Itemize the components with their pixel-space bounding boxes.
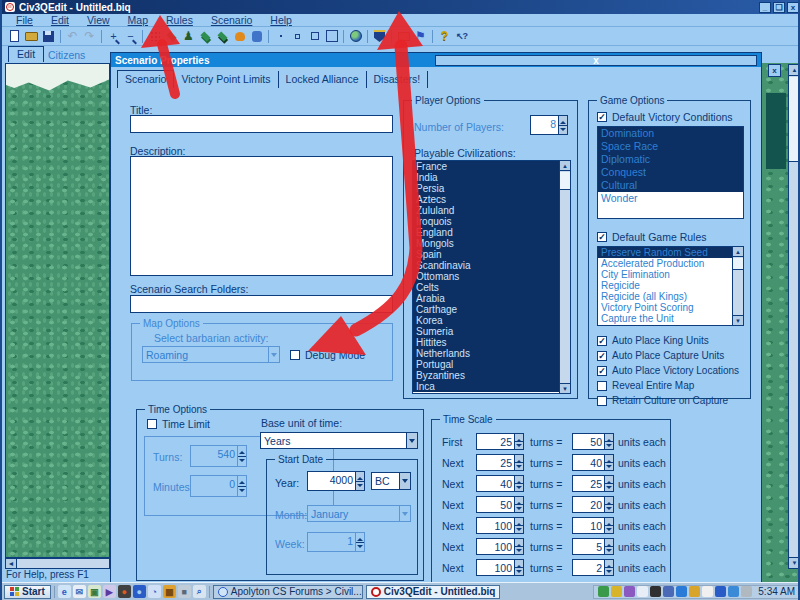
civilization-item[interactable]: Celts bbox=[413, 282, 559, 293]
health-icon[interactable] bbox=[728, 586, 739, 597]
menu-item-edit[interactable]: Edit bbox=[42, 14, 78, 26]
menu-item-rules[interactable]: Rules bbox=[157, 14, 202, 26]
base-unit-combo[interactable]: Years bbox=[260, 432, 418, 449]
time-scale-units-spinner[interactable]: 5 bbox=[572, 538, 614, 555]
brush-small-icon[interactable] bbox=[289, 28, 306, 44]
scroll-up-icon[interactable]: ▲ bbox=[789, 65, 800, 76]
scroll-up-icon[interactable]: ▲ bbox=[733, 247, 743, 257]
time-scale-units-spinner[interactable]: 10 bbox=[572, 517, 614, 534]
menu-item-help[interactable]: Help bbox=[261, 14, 301, 26]
zoom-out-icon[interactable]: − bbox=[122, 28, 139, 44]
description-textarea[interactable] bbox=[130, 156, 393, 276]
scroll-up-icon[interactable]: ▲ bbox=[560, 161, 570, 171]
month-combo[interactable]: January bbox=[307, 505, 411, 522]
spin-up-icon[interactable] bbox=[605, 434, 613, 441]
civ-list-scrollbar[interactable]: ▲ ▼ bbox=[559, 161, 570, 393]
media-player-icon[interactable]: ▶ bbox=[103, 585, 116, 598]
week-spinner[interactable]: 1 bbox=[307, 532, 365, 552]
outlook-icon[interactable]: ✉ bbox=[73, 585, 86, 598]
civilization-item[interactable]: Zululand bbox=[413, 205, 559, 216]
zoom-in-icon[interactable]: + bbox=[105, 28, 122, 44]
map-window-close-button[interactable]: x bbox=[768, 64, 781, 77]
game-option-checkbox[interactable] bbox=[597, 366, 607, 376]
ie-icon[interactable]: e bbox=[58, 585, 71, 598]
spin-down-icon[interactable] bbox=[605, 441, 613, 449]
app-icon[interactable]: ■ bbox=[178, 585, 191, 598]
spin-down-icon[interactable] bbox=[605, 483, 613, 491]
number-of-players-spinner[interactable]: 8 bbox=[530, 115, 568, 135]
update-icon[interactable] bbox=[676, 586, 687, 597]
spin-down-icon[interactable] bbox=[356, 542, 364, 552]
dialog-tab-disasters[interactable]: Disasters! bbox=[367, 71, 429, 88]
civilization-item[interactable]: Persia bbox=[413, 183, 559, 194]
unit-icon[interactable]: ♟ bbox=[180, 28, 197, 44]
spin-up-icon[interactable] bbox=[238, 476, 246, 486]
game-option-checkbox[interactable] bbox=[597, 336, 607, 346]
debug-mode-checkbox-row[interactable]: Debug Mode bbox=[290, 349, 365, 361]
spin-down-icon[interactable] bbox=[515, 525, 523, 533]
spin-up-icon[interactable] bbox=[238, 446, 246, 456]
spin-down-icon[interactable] bbox=[515, 441, 523, 449]
brush-dot-icon[interactable] bbox=[272, 28, 289, 44]
civilization-item[interactable]: Arabia bbox=[413, 293, 559, 304]
spin-up-icon[interactable] bbox=[559, 116, 567, 125]
dialog-tab-victory-point-limits[interactable]: Victory Point Limits bbox=[174, 71, 278, 88]
mouse-icon[interactable] bbox=[637, 586, 648, 597]
paint-icon[interactable]: ▦ bbox=[163, 585, 176, 598]
open-icon[interactable] bbox=[23, 28, 40, 44]
civilization-item[interactable]: England bbox=[413, 227, 559, 238]
game-rule-item[interactable]: Capture the Unit bbox=[598, 313, 732, 324]
spin-up-icon[interactable] bbox=[515, 434, 523, 441]
time-scale-turns-spinner[interactable]: 50 bbox=[476, 496, 524, 513]
spin-up-icon[interactable] bbox=[605, 455, 613, 462]
task-button[interactable]: Civ3QEdit - Untitled.biq bbox=[366, 585, 501, 599]
tab-citizens[interactable]: Citizens bbox=[48, 49, 85, 61]
spin-down-icon[interactable] bbox=[605, 567, 613, 575]
civilization-item[interactable]: Aztecs bbox=[413, 194, 559, 205]
upload-icon[interactable] bbox=[689, 586, 700, 597]
task-button[interactable]: Apolyton CS Forums > Civil... bbox=[213, 585, 363, 599]
time-limit-checkbox[interactable] bbox=[147, 419, 157, 429]
spin-up-icon[interactable] bbox=[515, 497, 523, 504]
civilization-item[interactable]: Scandinavia bbox=[413, 260, 559, 271]
time-scale-units-spinner[interactable]: 2 bbox=[572, 559, 614, 576]
time-scale-units-spinner[interactable]: 20 bbox=[572, 496, 614, 513]
victory-condition-item[interactable]: Domination bbox=[598, 127, 743, 140]
time-scale-turns-spinner[interactable]: 100 bbox=[476, 559, 524, 576]
civilization-item[interactable]: Netherlands bbox=[413, 348, 559, 359]
terrain-stack-icon[interactable] bbox=[197, 28, 214, 44]
chest-icon[interactable] bbox=[395, 28, 412, 44]
game-option-row[interactable]: Retain Culture on Capture bbox=[597, 395, 739, 406]
default-game-rules-checkbox[interactable] bbox=[597, 232, 607, 242]
new-icon[interactable] bbox=[6, 28, 23, 44]
game-rule-item[interactable]: City Elimination bbox=[598, 269, 732, 280]
brush-medium-icon[interactable] bbox=[306, 28, 323, 44]
spin-down-icon[interactable] bbox=[238, 456, 246, 467]
context-help-icon[interactable]: ↖? bbox=[453, 28, 470, 44]
spin-down-icon[interactable] bbox=[515, 483, 523, 491]
flag-icon[interactable]: ⚑ bbox=[412, 28, 429, 44]
civilization-item[interactable]: Portugal bbox=[413, 359, 559, 370]
scrollbar-thumb[interactable] bbox=[560, 172, 570, 190]
game-rule-item[interactable]: Regicide (all Kings) bbox=[598, 291, 732, 302]
victory-condition-item[interactable]: Wonder bbox=[598, 192, 743, 205]
pointer-icon[interactable] bbox=[702, 586, 713, 597]
save-icon[interactable] bbox=[40, 28, 57, 44]
close-button[interactable]: x bbox=[787, 2, 799, 13]
terrain-stack2-icon[interactable] bbox=[214, 28, 231, 44]
spin-down-icon[interactable] bbox=[515, 462, 523, 470]
barbarian-activity-combo[interactable]: Roaming bbox=[142, 346, 280, 363]
victory-conditions-listbox[interactable]: DominationSpace RaceDiplomaticConquestCu… bbox=[597, 126, 744, 219]
game-option-row[interactable]: Auto Place Capture Units bbox=[597, 350, 739, 361]
civilization-item[interactable]: Byzantines bbox=[413, 370, 559, 381]
map-vertical-scrollbar[interactable]: ▲ ▼ bbox=[788, 64, 800, 569]
spin-down-icon[interactable] bbox=[605, 504, 613, 512]
spin-up-icon[interactable] bbox=[515, 518, 523, 525]
maximize-button[interactable]: ❏ bbox=[773, 2, 785, 13]
scheduler-icon[interactable] bbox=[741, 586, 752, 597]
volume-icon[interactable] bbox=[611, 586, 622, 597]
turns-spinner[interactable]: 540 bbox=[190, 445, 247, 467]
terrain-icon[interactable] bbox=[163, 28, 180, 44]
time-limit-row[interactable]: Time Limit bbox=[147, 418, 210, 430]
time-scale-units-spinner[interactable]: 50 bbox=[572, 433, 614, 450]
